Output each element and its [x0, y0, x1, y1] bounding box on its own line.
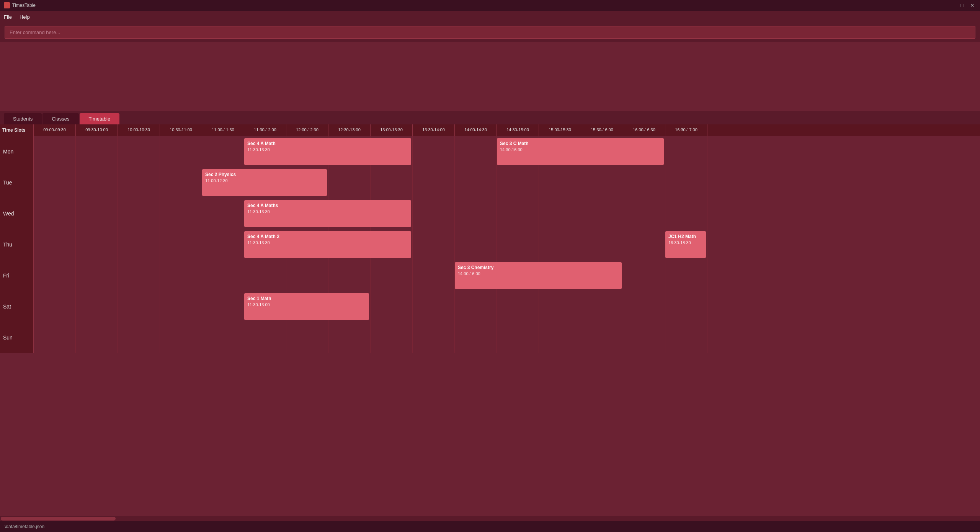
status-text: \data\timetable.json — [5, 524, 44, 529]
cell — [76, 322, 118, 353]
cell — [202, 136, 244, 167]
event-tue-sec2physics[interactable]: Sec 2 Physics 11:00-12:30 — [202, 169, 327, 196]
day-label-sat: Sat — [0, 291, 34, 322]
cell — [202, 260, 244, 291]
cell — [34, 322, 76, 353]
cell — [455, 136, 497, 167]
day-label-thu: Thu — [0, 229, 34, 260]
event-fri-sec3chem[interactable]: Sec 3 Chemistry 14:00-16:00 — [455, 262, 622, 289]
menu-help[interactable]: Help — [20, 14, 30, 20]
day-cells-tue: Sec 2 Physics 11:00-12:30 — [34, 167, 980, 198]
cell — [665, 322, 707, 353]
command-input[interactable] — [5, 26, 975, 39]
cell — [76, 260, 118, 291]
event-mon-sec4amath[interactable]: Sec 4 A Math 11:30-13:30 — [244, 138, 411, 165]
col-header-14: 16:00-16:30 — [623, 124, 665, 136]
cell — [328, 260, 371, 291]
cell — [202, 322, 244, 353]
cell — [581, 198, 623, 229]
tab-classes[interactable]: Classes — [42, 113, 78, 124]
day-cells-fri: Sec 3 Chemistry 14:00-16:00 — [34, 260, 980, 291]
cell — [160, 229, 202, 260]
col-header-15: 16:30-17:00 — [665, 124, 707, 136]
col-header-6: 12:00-12:30 — [286, 124, 328, 136]
cell — [34, 167, 76, 198]
event-thu-sec4amath2[interactable]: Sec 4 A Math 2 11:30-13:30 — [244, 231, 411, 258]
close-button[interactable]: ✕ — [969, 2, 976, 8]
cell — [623, 167, 665, 198]
col-header-13: 15:30-16:00 — [581, 124, 623, 136]
menu-bar: File Help — [0, 11, 980, 23]
cell — [455, 291, 497, 322]
cell — [665, 260, 707, 291]
day-label-wed: Wed — [0, 198, 34, 229]
day-row-wed: Wed Sec 4 A Maths — [0, 198, 980, 229]
day-cells-mon: Sec 4 A Math 11:30-13:30 Sec 3 C Math 14… — [34, 136, 980, 167]
cell — [497, 229, 539, 260]
col-header-12: 15:00-15:30 — [539, 124, 581, 136]
cell — [623, 291, 665, 322]
cell — [244, 322, 286, 353]
scrollbar-thumb[interactable] — [1, 517, 116, 521]
event-sat-sec1math[interactable]: Sec 1 Math 11:30-13:00 — [244, 293, 369, 320]
cell — [455, 322, 497, 353]
cell — [623, 198, 665, 229]
day-row-thu: Thu Sec 4 A Math 2 — [0, 229, 980, 260]
cell — [413, 167, 455, 198]
tabs-bar: Students Classes Timetable — [0, 111, 980, 124]
time-slots-header: Time Slots — [0, 124, 34, 136]
cell — [665, 291, 707, 322]
menu-file[interactable]: File — [4, 14, 12, 20]
cell — [328, 167, 371, 198]
cell — [371, 291, 413, 322]
cell — [118, 198, 160, 229]
event-thu-jc1h2math[interactable]: JC1 H2 Math 16:30-18:30 — [665, 231, 706, 258]
cell — [34, 136, 76, 167]
timetable-wrapper[interactable]: Time Slots 09:00-09:30 09:30-10:00 10:00… — [0, 124, 980, 512]
col-header-4: 11:00-11:30 — [202, 124, 244, 136]
cell — [539, 229, 581, 260]
cell — [455, 167, 497, 198]
cell — [539, 167, 581, 198]
col-header-2: 10:00-10:30 — [118, 124, 160, 136]
cell — [539, 291, 581, 322]
event-mon-sec3cmath[interactable]: Sec 3 C Math 14:30-16:30 — [497, 138, 664, 165]
command-bar — [0, 23, 980, 42]
cell — [455, 229, 497, 260]
day-label-sun: Sun — [0, 322, 34, 353]
cell — [202, 291, 244, 322]
cell — [497, 198, 539, 229]
cell — [371, 260, 413, 291]
cell — [76, 136, 118, 167]
tab-students[interactable]: Students — [4, 113, 42, 124]
minimize-button[interactable]: — — [948, 2, 956, 8]
cell — [623, 260, 665, 291]
maximize-button[interactable]: □ — [959, 2, 965, 8]
title-bar: TimesTable — □ ✕ — [0, 0, 980, 11]
scrollbar-area[interactable] — [0, 516, 980, 521]
cell — [34, 260, 76, 291]
cell — [665, 198, 707, 229]
event-wed-sec4amaths[interactable]: Sec 4 A Maths 11:30-13:30 — [244, 200, 411, 227]
day-row-sun: Sun — [0, 322, 980, 353]
cell — [160, 198, 202, 229]
col-header-1: 09:30-10:00 — [76, 124, 118, 136]
day-cells-sun — [34, 322, 980, 353]
day-cells-sat: Sec 1 Math 11:30-13:00 — [34, 291, 980, 322]
day-cells-wed: Sec 4 A Maths 11:30-13:30 — [34, 198, 980, 229]
timetable: Time Slots 09:00-09:30 09:30-10:00 10:00… — [0, 124, 980, 353]
cell — [413, 198, 455, 229]
cell — [34, 229, 76, 260]
cell — [118, 136, 160, 167]
cell — [455, 198, 497, 229]
cell — [118, 291, 160, 322]
cell — [160, 322, 202, 353]
day-label-fri: Fri — [0, 260, 34, 291]
cell — [413, 322, 455, 353]
tab-timetable[interactable]: Timetable — [80, 113, 120, 124]
day-cells-thu: Sec 4 A Math 2 11:30-13:30 JC1 H2 Math 1… — [34, 229, 980, 260]
col-header-9: 13:30-14:00 — [413, 124, 455, 136]
cell — [371, 322, 413, 353]
cell — [413, 136, 455, 167]
cell — [581, 229, 623, 260]
